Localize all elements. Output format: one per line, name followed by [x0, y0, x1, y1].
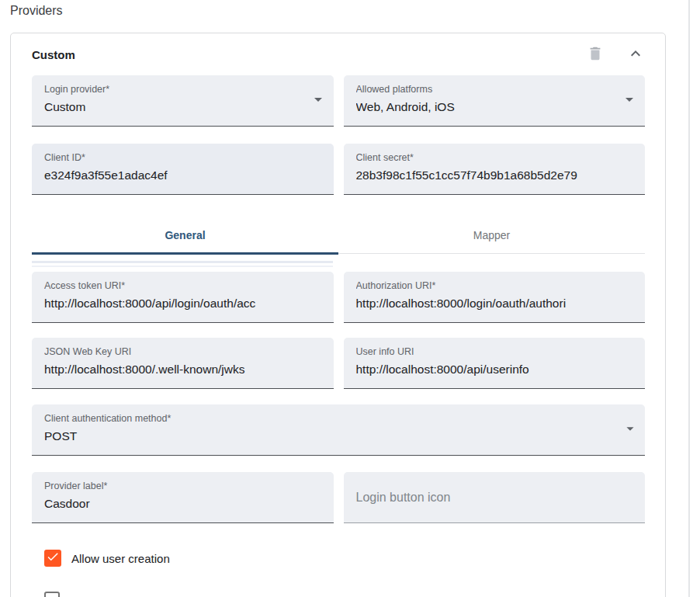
provider-label-value: Casdoor [44, 496, 304, 512]
form-row-label-icon: Provider label* Casdoor Login button ico… [32, 472, 645, 523]
chevron-up-icon [626, 44, 645, 65]
access-token-uri-field[interactable]: Access token URI* http://localhost:8000/… [32, 272, 334, 323]
tab-general-label: General [165, 229, 205, 241]
login-button-icon-label: Login button icon [356, 491, 451, 505]
allowed-platforms-value: Web, Android, iOS [356, 99, 616, 115]
allow-user-creation-checkbox[interactable] [44, 550, 61, 567]
client-secret-field[interactable]: Client secret* 28b3f98c1f55c1cc57f74b9b1… [344, 144, 646, 195]
form-row-provider: Login provider* Custom Allowed platforms… [32, 75, 645, 127]
json-web-key-uri-value: http://localhost:8000/.well-known/jwks [44, 362, 304, 377]
json-web-key-uri-field[interactable]: JSON Web Key URI http://localhost:8000/.… [32, 338, 334, 389]
client-secret-label: Client secret* [356, 152, 616, 164]
tab-bar: General Mapper [32, 217, 645, 254]
tab-general[interactable]: General [32, 217, 338, 253]
access-token-uri-label: Access token URI* [44, 280, 304, 292]
client-auth-method-label: Client authentication method* [44, 413, 615, 425]
provider-card: Custom Login provider* [10, 33, 666, 597]
delete-provider-button[interactable] [586, 45, 605, 64]
client-id-value: e324f9a3f55e1adac4ef [44, 168, 304, 183]
provider-card-header: Custom [32, 33, 645, 75]
client-auth-method-select[interactable]: Client authentication method* POST [32, 404, 645, 456]
login-provider-label: Login provider* [44, 84, 304, 95]
client-id-field[interactable]: Client ID* e324f9a3f55e1adac4ef [32, 144, 334, 195]
json-web-key-uri-label: JSON Web Key URI [44, 346, 304, 358]
header-actions [586, 45, 645, 64]
access-token-uri-value: http://localhost:8000/api/login/oauth/ac… [44, 296, 304, 311]
dropdown-arrow-icon [309, 90, 327, 112]
clipped-checkbox-row [44, 592, 645, 597]
authorization-uri-label: Authorization URI* [356, 280, 616, 292]
active-tab-indicator [32, 252, 338, 255]
allowed-platforms-label: Allowed platforms [356, 84, 616, 95]
tab-mapper[interactable]: Mapper [338, 217, 645, 253]
login-button-icon-field[interactable]: Login button icon [344, 472, 646, 523]
collapse-panel-button[interactable] [626, 45, 645, 64]
right-edge-divider [688, 0, 690, 597]
login-provider-select[interactable]: Login provider* Custom [32, 75, 334, 127]
user-info-uri-label: User info URI [356, 346, 616, 358]
user-info-uri-value: http://localhost:8000/api/userinfo [356, 362, 616, 377]
login-provider-value: Custom [44, 99, 304, 115]
user-info-uri-field[interactable]: User info URI http://localhost:8000/api/… [344, 338, 646, 389]
form-row-auth-method: Client authentication method* POST [32, 404, 645, 456]
page-title: Providers [10, 4, 700, 18]
form-row-client: Client ID* e324f9a3f55e1adac4ef Client s… [32, 144, 645, 195]
authorization-uri-value: http://localhost:8000/login/oauth/author… [356, 296, 616, 311]
allowed-platforms-select[interactable]: Allowed platforms Web, Android, iOS [344, 75, 646, 127]
dropdown-arrow-icon [620, 90, 639, 112]
dropdown-arrow-icon [622, 420, 639, 440]
provider-label-label: Provider label* [44, 481, 304, 492]
form-row-token-uris: Access token URI* http://localhost:8000/… [32, 272, 645, 323]
clipped-checkbox[interactable] [44, 592, 60, 597]
allow-user-creation-label: Allow user creation [71, 552, 170, 565]
form-row-info-uris: JSON Web Key URI http://localhost:8000/.… [32, 338, 645, 389]
tab-mapper-label: Mapper [473, 229, 510, 241]
allow-user-creation-row: Allow user creation [44, 550, 645, 567]
client-secret-value: 28b3f98c1f55c1cc57f74b9b1a68b5d2e79 [356, 168, 616, 183]
scrolled-field-remnant [32, 254, 645, 267]
provider-label-field[interactable]: Provider label* Casdoor [32, 472, 334, 523]
client-id-label: Client ID* [44, 152, 304, 164]
checkmark-icon [46, 550, 60, 567]
provider-name-title: Custom [32, 48, 75, 61]
client-auth-method-value: POST [44, 429, 615, 444]
authorization-uri-field[interactable]: Authorization URI* http://localhost:8000… [344, 272, 646, 323]
trash-icon [587, 45, 604, 64]
